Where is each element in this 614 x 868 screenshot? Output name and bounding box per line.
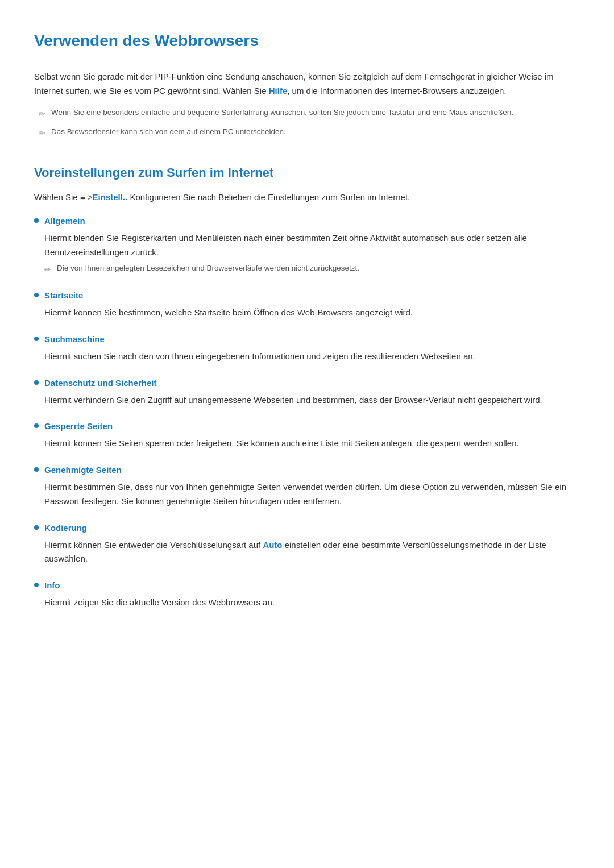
suchmaschine-desc: Hiermit suchen Sie nach den von Ihnen ei… xyxy=(44,350,580,364)
info-title: Info xyxy=(44,579,60,592)
list-item-datenschutz: Datenschutz und Sicherheit Hiermit verhi… xyxy=(34,376,580,408)
suchmaschine-dot xyxy=(34,337,39,341)
genehmigte-dot xyxy=(34,467,39,472)
section-intro-after: Konfigurieren Sie nach Belieben die Eins… xyxy=(127,192,410,202)
info-dot xyxy=(34,583,39,587)
datenschutz-header: Datenschutz und Sicherheit xyxy=(34,376,580,390)
intro-note-1-text: Wenn Sie eine besonders einfache und beq… xyxy=(51,107,513,119)
list-item-kodierung: Kodierung Hiermit können Sie entweder di… xyxy=(34,521,580,567)
info-desc: Hiermit zeigen Sie die aktuelle Version … xyxy=(44,596,580,610)
gesperrte-header: Gesperrte Seiten xyxy=(34,420,580,433)
page-title: Verwenden des Webbrowsers xyxy=(34,28,580,54)
allgemein-header: Allgemein xyxy=(34,214,580,228)
auto-link[interactable]: Auto xyxy=(263,540,282,550)
list-item-startseite: Startseite Hiermit können Sie bestimmen,… xyxy=(34,289,580,320)
allgemein-desc: Hiermit blenden Sie Registerkarten und M… xyxy=(44,231,580,260)
list-item-info: Info Hiermit zeigen Sie die aktuelle Ver… xyxy=(34,579,580,610)
gesperrte-title: Gesperrte Seiten xyxy=(44,420,113,433)
section-intro-before: Wählen Sie xyxy=(34,192,80,202)
list-item-suchmaschine: Suchmaschine Hiermit suchen Sie nach den… xyxy=(34,333,580,364)
allgemein-notes: ✏ Die von Ihnen angelegten Lesezeichen u… xyxy=(44,263,580,276)
einstell-link[interactable]: Einstell.. xyxy=(93,192,128,202)
kodierung-text-before: Hiermit können Sie entweder die Verschlü… xyxy=(44,540,263,550)
kodierung-dot xyxy=(34,525,39,530)
intro-text-after-link: , um die Informationen des Internet-Brow… xyxy=(287,86,506,95)
datenschutz-dot xyxy=(34,380,39,385)
gesperrte-dot xyxy=(34,423,39,428)
allgemein-note-icon: ✏ xyxy=(44,264,51,276)
list-item-gesperrte: Gesperrte Seiten Hiermit können Sie Seit… xyxy=(34,420,580,451)
suchmaschine-title: Suchmaschine xyxy=(44,333,105,346)
datenschutz-desc: Hiermit verhindern Sie den Zugriff auf u… xyxy=(44,393,580,408)
allgemein-title: Allgemein xyxy=(44,214,85,228)
section-intro-paragraph: Wählen Sie ≡ > Einstell.. Konfigurieren … xyxy=(34,190,580,204)
allgemein-note-1-text: Die von Ihnen angelegten Lesezeichen und… xyxy=(57,263,359,275)
list-item-genehmigte: Genehmigte Seiten Hiermit bestimmen Sie,… xyxy=(34,463,580,509)
intro-note-1: ✏ Wenn Sie eine besonders einfache und b… xyxy=(39,107,580,121)
allgemein-dot xyxy=(34,218,39,223)
allgemein-note-1: ✏ Die von Ihnen angelegten Lesezeichen u… xyxy=(44,263,580,276)
note-icon-2: ✏ xyxy=(39,127,45,140)
kodierung-header: Kodierung xyxy=(34,521,580,535)
kodierung-desc: Hiermit können Sie entweder die Verschlü… xyxy=(44,538,580,567)
hilfe-link[interactable]: Hilfe xyxy=(269,86,288,95)
startseite-dot xyxy=(34,293,39,297)
info-header: Info xyxy=(34,579,580,592)
genehmigte-title: Genehmigte Seiten xyxy=(44,463,122,477)
intro-notes: ✏ Wenn Sie eine besonders einfache und b… xyxy=(39,107,580,139)
suchmaschine-header: Suchmaschine xyxy=(34,333,580,346)
section-title: Voreinstellungen zum Surfen im Internet xyxy=(34,163,580,182)
intro-paragraph: Selbst wenn Sie gerade mit der PIP-Funkt… xyxy=(34,70,580,98)
genehmigte-desc: Hiermit bestimmen Sie, dass nur von Ihne… xyxy=(44,480,580,509)
startseite-title: Startseite xyxy=(44,289,83,302)
list-item-allgemein: Allgemein Hiermit blenden Sie Registerka… xyxy=(34,214,580,276)
settings-list: Allgemein Hiermit blenden Sie Registerka… xyxy=(34,214,580,610)
startseite-header: Startseite xyxy=(34,289,580,302)
startseite-desc: Hiermit können Sie bestimmen, welche Sta… xyxy=(44,306,580,320)
intro-note-2: ✏ Das Browserfenster kann sich von dem a… xyxy=(39,126,580,140)
intro-note-2-text: Das Browserfenster kann sich von dem auf… xyxy=(51,126,286,138)
datenschutz-title: Datenschutz und Sicherheit xyxy=(44,376,157,390)
menu-symbol: ≡ > xyxy=(80,190,93,204)
genehmigte-header: Genehmigte Seiten xyxy=(34,463,580,477)
gesperrte-desc: Hiermit können Sie Seiten sperren oder f… xyxy=(44,437,580,451)
note-icon-1: ✏ xyxy=(39,108,45,121)
kodierung-title: Kodierung xyxy=(44,521,87,535)
